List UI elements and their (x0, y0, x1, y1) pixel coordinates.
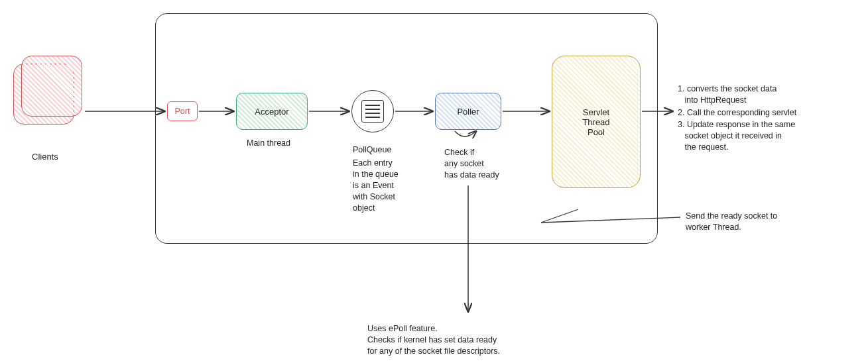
clients-label: Clients (32, 151, 58, 163)
poller-sublabel: Check if any socket has data ready (444, 147, 499, 181)
pollqueue-description: Each entry in the queue is an Event with… (353, 158, 399, 213)
send-ready-note: Send the ready socket to worker Thread. (686, 211, 777, 233)
output-step-2: 2. Call the corresponding servlet (678, 107, 796, 119)
diagram-canvas: Clients Port Acceptor Main thread PollQu… (0, 0, 868, 363)
epoll-note: Uses ePoll feature. Checks if kernel has… (367, 323, 500, 357)
acceptor-sublabel: Main thread (247, 138, 290, 149)
clients-shape-front (21, 56, 82, 117)
poller-box: Poller (435, 93, 501, 130)
poller-label: Poller (457, 107, 479, 117)
servlet-pool-box: Servlet Thread Pool (552, 56, 641, 188)
servlet-pool-label: Servlet Thread Pool (582, 107, 609, 137)
acceptor-box: Acceptor (236, 93, 308, 130)
document-icon (361, 100, 384, 123)
pollqueue-label: PollQueue (353, 144, 391, 156)
output-step-1: 1. converts the socket data into HttpReq… (678, 83, 776, 106)
port-label: Port (175, 107, 190, 116)
acceptor-label: Acceptor (255, 107, 288, 117)
pollqueue-circle (351, 90, 394, 132)
port-box: Port (167, 101, 198, 121)
output-step-3: 3. Update response in the same socket ob… (678, 119, 795, 153)
